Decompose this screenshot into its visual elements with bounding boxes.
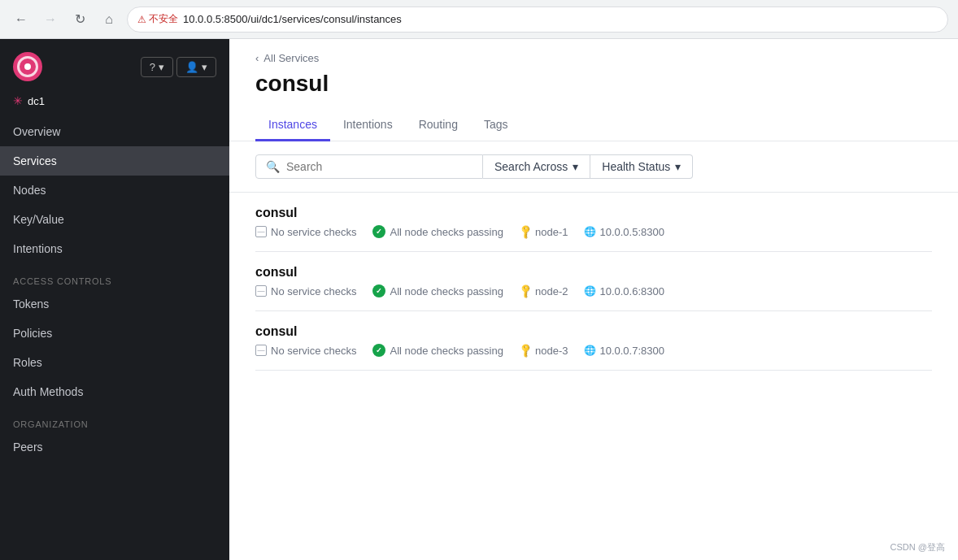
browser-chrome: ← → ↻ ⌂ ⚠ 不安全 10.0.0.5:8500/ui/dc1/servi… [0,0,958,39]
help-chevron: ▾ [159,61,164,73]
sidebar-item-policies[interactable]: Policies [0,319,229,348]
datacenter-label: ✳ dc1 [0,88,229,111]
sidebar-item-roles[interactable]: Roles [0,348,229,377]
node-checks-label: All node checks passing [390,345,503,357]
address-item: 🌐 10.0.0.7:8300 [584,345,664,357]
service-name: consul [255,265,932,280]
url-text: 10.0.0.5:8500/ui/dc1/services/consul/ins… [183,13,402,25]
node-checks-item: All node checks passing [372,284,503,297]
node-item: 🔑 node-3 [520,345,568,357]
node-checks-label: All node checks passing [390,285,503,297]
key-icon: 🔑 [517,342,534,359]
sidebar-item-tokens[interactable]: Tokens [0,289,229,319]
service-checks-label: No service checks [271,345,356,357]
globe-icon: 🌐 [584,345,596,356]
address-value: 10.0.0.7:8300 [599,345,664,357]
all-services-link[interactable]: All Services [263,52,319,64]
node-checks-item: All node checks passing [372,344,503,357]
node-checks-label: All node checks passing [390,226,503,238]
search-input[interactable] [286,160,472,173]
globe-icon: 🌐 [584,285,596,297]
sidebar-item-auth-methods[interactable]: Auth Methods [0,377,229,406]
forward-button[interactable]: → [39,8,62,31]
node-name: node-2 [535,285,568,297]
service-checks-label: No service checks [271,285,356,297]
user-button[interactable]: 👤 ▾ [176,57,216,77]
sidebar-header: ? ▾ 👤 ▾ [0,39,229,88]
pass-check-icon [372,225,385,238]
search-icon: 🔍 [266,160,280,173]
warning-icon: ⚠ [137,14,146,25]
key-icon: 🔑 [517,224,534,241]
address-item: 🌐 10.0.0.6:8300 [584,285,664,297]
health-status-button[interactable]: Health Status ▾ [590,154,693,179]
service-name: consul [255,206,932,220]
breadcrumb: ‹ All Services [255,52,932,64]
globe-icon: 🌐 [584,226,596,237]
service-meta: No service checks All node checks passin… [255,225,932,238]
service-list: consul No service checks All node checks… [229,193,958,371]
service-checks-item: No service checks [255,226,356,238]
tabs-bar: Instances Intentions Routing Tags [255,110,932,141]
sidebar-item-overview[interactable]: Overview [0,117,229,146]
node-item: 🔑 node-2 [520,285,568,297]
reload-button[interactable]: ↻ [68,8,91,31]
search-across-chevron-icon: ▾ [573,160,578,173]
service-checks-item: No service checks [255,345,356,357]
back-button[interactable]: ← [10,8,33,31]
service-meta: No service checks All node checks passin… [255,284,932,297]
sidebar: ? ▾ 👤 ▾ ✳ dc1 Overview Services Nodes Ke… [0,39,229,560]
service-checks-item: No service checks [255,285,356,297]
help-button[interactable]: ? ▾ [141,57,173,77]
datacenter-name: dc1 [28,95,45,107]
user-icon: 👤 [185,61,198,73]
consul-logo-icon [13,52,42,81]
node-name: node-3 [535,345,568,357]
tab-tags[interactable]: Tags [471,110,521,141]
organization-section-label: Organization [0,406,229,432]
tab-intentions[interactable]: Intentions [330,110,406,141]
table-row: consul No service checks All node checks… [255,193,932,252]
security-badge: ⚠ 不安全 [137,12,178,26]
sidebar-item-services[interactable]: Services [0,146,229,176]
main-content: ‹ All Services consul Instances Intentio… [229,39,958,560]
sidebar-item-intentions[interactable]: Intentions [0,234,229,263]
node-item: 🔑 node-1 [520,226,568,238]
tab-routing[interactable]: Routing [406,110,471,141]
table-row: consul No service checks All node checks… [255,252,932,311]
question-icon: ? [150,61,155,73]
search-across-label: Search Across [494,160,568,173]
search-box[interactable]: 🔍 [255,154,483,179]
back-arrow-icon: ‹ [255,52,259,64]
security-label: 不安全 [149,12,178,26]
sidebar-item-keyvalue[interactable]: Key/Value [0,205,229,234]
content-header: ‹ All Services consul Instances Intentio… [229,39,958,141]
consul-logo-inner [24,63,31,70]
node-name: node-1 [535,226,568,238]
sidebar-logo [13,52,42,81]
filter-bar: 🔍 Search Across ▾ Health Status ▾ [229,141,958,193]
neutral-check-icon [255,226,267,237]
sidebar-nav: Overview Services Nodes Key/Value Intent… [0,111,229,468]
sidebar-item-peers[interactable]: Peers [0,432,229,462]
home-button[interactable]: ⌂ [98,8,120,31]
service-checks-label: No service checks [271,226,356,238]
sidebar-header-actions: ? ▾ 👤 ▾ [141,57,216,77]
address-bar[interactable]: ⚠ 不安全 10.0.0.5:8500/ui/dc1/services/cons… [127,7,948,33]
user-chevron: ▾ [202,61,207,73]
service-meta: No service checks All node checks passin… [255,344,932,357]
table-row: consul No service checks All node checks… [255,311,932,371]
health-status-label: Health Status [602,160,670,173]
address-item: 🌐 10.0.0.5:8300 [584,226,664,238]
neutral-check-icon [255,285,267,297]
pass-check-icon [372,284,385,297]
sidebar-item-nodes[interactable]: Nodes [0,176,229,205]
address-value: 10.0.0.6:8300 [599,285,664,297]
tab-instances[interactable]: Instances [255,110,330,141]
pass-check-icon [372,344,385,357]
search-across-button[interactable]: Search Across ▾ [483,154,590,179]
footer-credit: CSDN @登高 [891,541,945,553]
service-name: consul [255,324,932,339]
snowflake-icon: ✳ [13,94,23,107]
node-checks-item: All node checks passing [372,225,503,238]
